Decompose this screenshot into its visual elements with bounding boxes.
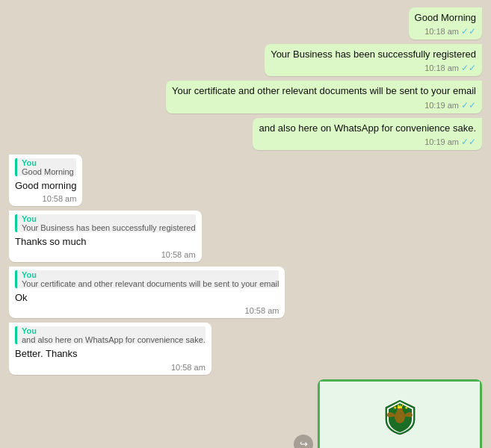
quoted-message: You Your certificate and other relevant … — [15, 270, 279, 288]
file-preview-1: ★ ★ — [318, 379, 482, 449]
message-bubble: You and also here on WhatsApp for conven… — [9, 323, 211, 374]
message-meta: 10:19 am ✓✓ — [259, 137, 476, 147]
outgoing-message-3: Your certificate and other relevant docu… — [166, 81, 482, 113]
message-bubble: You Your certificate and other relevant … — [9, 267, 285, 318]
tick-icon: ✓✓ — [461, 137, 476, 147]
message-time: 10:58 am — [161, 250, 196, 259]
quoted-text: and also here on WhatsApp for convenienc… — [22, 335, 206, 344]
message-text: Good morning — [15, 179, 76, 193]
forward-button-1[interactable]: ↪ — [294, 435, 313, 448]
quoted-sender: You — [22, 270, 279, 279]
message-text: Good Morning — [415, 11, 476, 25]
message-text: Your Business has been successfully regi… — [271, 48, 476, 61]
chat-container: Good Morning 10:18 am ✓✓ Your Business h… — [0, 0, 491, 448]
message-time: 10:58 am — [245, 306, 280, 315]
message-text: Better. Thanks — [15, 347, 206, 361]
quoted-sender: You — [22, 158, 76, 167]
outgoing-message-4: and also here on WhatsApp for convenienc… — [253, 118, 482, 150]
message-time: 10:18 am — [424, 63, 459, 72]
message-bubble: You Your Business has been successfully … — [9, 211, 202, 262]
message-meta: 10:18 am ✓✓ — [415, 26, 476, 37]
file-attachment-1-wrapper: ↪ — [318, 379, 482, 449]
incoming-message-1: You Good Morning Good morning 10:58 am — [9, 155, 82, 206]
message-meta: 10:58 am — [15, 363, 206, 372]
message-time: 10:58 am — [43, 194, 77, 203]
svg-text:★: ★ — [404, 405, 408, 410]
tick-icon: ✓✓ — [461, 63, 476, 73]
quoted-sender: You — [22, 326, 206, 335]
message-text: Your certificate and other relevant docu… — [172, 84, 476, 98]
message-text: Ok — [15, 291, 279, 305]
outgoing-message-1: Good Morning 10:18 am ✓✓ — [409, 7, 482, 40]
message-time: 10:18 am — [424, 27, 459, 36]
svg-rect-2 — [398, 406, 402, 408]
message-meta: 10:58 am — [15, 306, 279, 315]
file-card-1: ★ ★ PDF certificate_DEE ROYAL DELIGHT.pd… — [318, 379, 482, 449]
coat-of-arms-icon: ★ ★ — [377, 394, 422, 439]
incoming-message-2: You Your Business has been successfully … — [9, 211, 202, 262]
message-time: 10:19 am — [424, 137, 459, 146]
message-text: and also here on WhatsApp for convenienc… — [259, 122, 476, 135]
forward-icon: ↪ — [300, 438, 308, 448]
message-time: 10:19 am — [424, 101, 459, 110]
svg-text:★: ★ — [393, 405, 397, 410]
message-bubble: You Good Morning Good morning 10:58 am — [9, 155, 82, 206]
message-meta: 10:58 am — [15, 250, 196, 259]
incoming-message-3: You Your certificate and other relevant … — [9, 267, 285, 318]
tick-icon: ✓✓ — [461, 100, 476, 111]
quoted-text: Your Business has been successfully regi… — [22, 223, 196, 232]
quoted-message: You Your Business has been successfully … — [15, 214, 196, 232]
quoted-message: You Good Morning — [15, 158, 76, 176]
quoted-sender: You — [22, 214, 196, 223]
quoted-message: You and also here on WhatsApp for conven… — [15, 326, 206, 344]
message-meta: 10:58 am — [15, 194, 76, 203]
tick-icon: ✓✓ — [461, 26, 476, 37]
svg-point-1 — [397, 408, 403, 414]
outgoing-message-2: Your Business has been successfully regi… — [265, 44, 482, 76]
quoted-text: Good Morning — [22, 167, 76, 176]
message-text: Thanks so much — [15, 235, 196, 249]
message-meta: 10:19 am ✓✓ — [172, 100, 476, 111]
message-time: 10:58 am — [171, 363, 206, 372]
quoted-text: Your certificate and other relevant docu… — [22, 279, 279, 288]
incoming-message-4: You and also here on WhatsApp for conven… — [9, 323, 211, 374]
message-meta: 10:18 am ✓✓ — [271, 63, 476, 73]
